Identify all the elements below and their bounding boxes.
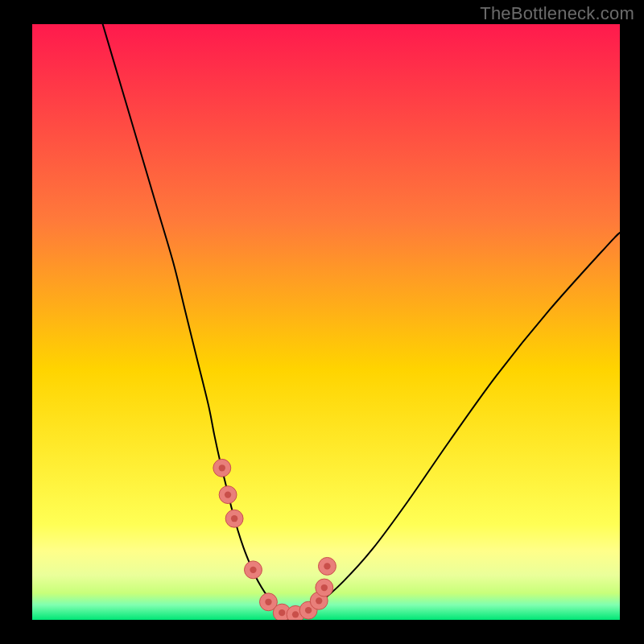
gradient-background [32, 24, 620, 620]
marker-dot-inner [225, 491, 231, 497]
marker-dot-inner [279, 609, 285, 616]
marker-dot-inner [292, 611, 299, 617]
marker-dot-inner [321, 584, 328, 591]
marker-dot-inner [231, 515, 237, 522]
marker-dot-inner [305, 607, 312, 613]
plot-svg [32, 24, 620, 620]
watermark-text: TheBottleneck.com [480, 3, 634, 24]
plot-area [32, 24, 620, 620]
marker-dot-inner [250, 567, 256, 573]
chart-frame: TheBottleneck.com [0, 0, 644, 644]
marker-dot-inner [324, 563, 330, 569]
marker-dot-inner [219, 464, 225, 471]
marker-dot-inner [316, 597, 322, 604]
marker-dot-inner [265, 599, 271, 605]
